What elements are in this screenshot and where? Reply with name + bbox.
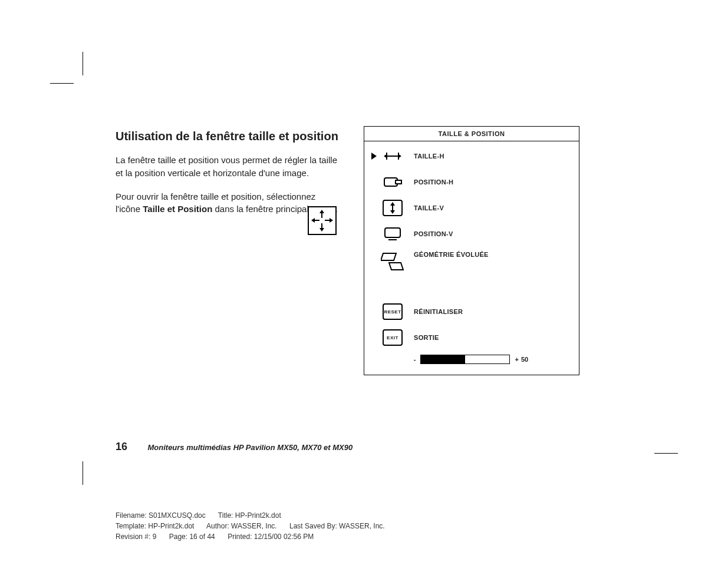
osd-item-label: POSITION-H [406,178,453,186]
svg-rect-18 [385,228,400,237]
slider-minus: - [414,356,416,363]
osd-item-exit[interactable]: EXIT SORTIE [371,329,571,346]
vpos-icon [383,226,403,242]
meta-title: Title: HP-Print2k.dot [218,511,281,520]
footer-title: Moniteurs multimédias HP Pavilion MX50, … [147,443,353,452]
svg-marker-7 [319,228,324,232]
cursor-icon [371,153,377,160]
svg-marker-3 [330,218,333,223]
osd-body: TAILLE-H POSITION-H [364,141,579,375]
article-column: Utilisation de la fenêtre taille et posi… [116,128,340,226]
osd-slider[interactable]: - + 50 [371,355,571,364]
osd-item-position-h[interactable]: POSITION-H [371,173,571,191]
meta-filename: Filename: S01MXCUSQ.doc [116,511,206,520]
osd-item-label: POSITION-V [406,230,453,237]
osd-title: TAILLE & POSITION [364,127,579,141]
crop-mark [83,461,83,485]
size-position-icon [308,206,337,235]
hsize-icon [383,149,403,163]
svg-marker-5 [319,210,324,213]
page-footer: 16 Moniteurs multimédias HP Pavilion MX5… [116,441,581,453]
osd-item-taille-h[interactable]: TAILLE-H [371,147,571,165]
meta-printed: Printed: 12/15/00 02:56 PM [228,533,314,541]
slider-value: 50 [521,356,528,363]
vsize-icon [383,200,403,216]
meta-author: Author: WASSER, Inc. [206,522,277,530]
document-meta: Filename: S01MXCUSQ.doc Title: HP-Print2… [116,510,396,542]
slider-fill [421,355,465,363]
meta-page: Page: 16 of 44 [169,533,215,541]
osd-panel: TAILLE & POSITION TAILLE-H [364,126,579,375]
meta-revision: Revision #: 9 [116,533,156,541]
section-heading: Utilisation de la fenêtre taille et posi… [116,128,340,144]
reset-button-icon: RESET [383,303,403,320]
osd-item-position-v[interactable]: POSITION-V [371,225,571,243]
osd-item-taille-v[interactable]: TAILLE-V [371,199,571,217]
svg-rect-14 [396,180,401,184]
paragraph-1: La fenêtre taille et position vous perme… [116,154,340,180]
meta-saved: Last Saved By: WASSER, Inc. [289,522,385,530]
svg-marker-17 [390,210,395,214]
svg-marker-16 [390,202,395,206]
crop-mark [83,52,83,75]
osd-item-label: GÉOMÉTRIE ÉVOLUÉE [406,251,489,258]
slider-track[interactable] [420,355,510,364]
osd-item-reset[interactable]: RESET RÉINITIALISER [371,303,571,320]
osd-item-label: TAILLE-V [406,204,444,211]
hpos-icon [383,175,403,189]
page-number: 16 [116,441,127,452]
osd-item-label: TAILLE-H [406,153,444,160]
osd-item-label: SORTIE [406,334,439,341]
osd-item-label: RÉINITIALISER [406,308,463,315]
exit-button-icon: EXIT [383,329,403,346]
crop-mark [50,83,74,84]
paragraph-2-bold: Taille et Position [143,204,212,214]
meta-template: Template: HP-Print2k.dot [116,522,194,530]
osd-item-geometrie[interactable]: GÉOMÉTRIE ÉVOLUÉE [371,251,571,271]
crop-mark [654,453,678,454]
svg-marker-1 [311,218,315,223]
paragraph-2: Pour ouvrir la fenêtre taille et positio… [116,190,340,216]
slider-plus: + [515,356,518,363]
geometry-icon [381,251,404,271]
